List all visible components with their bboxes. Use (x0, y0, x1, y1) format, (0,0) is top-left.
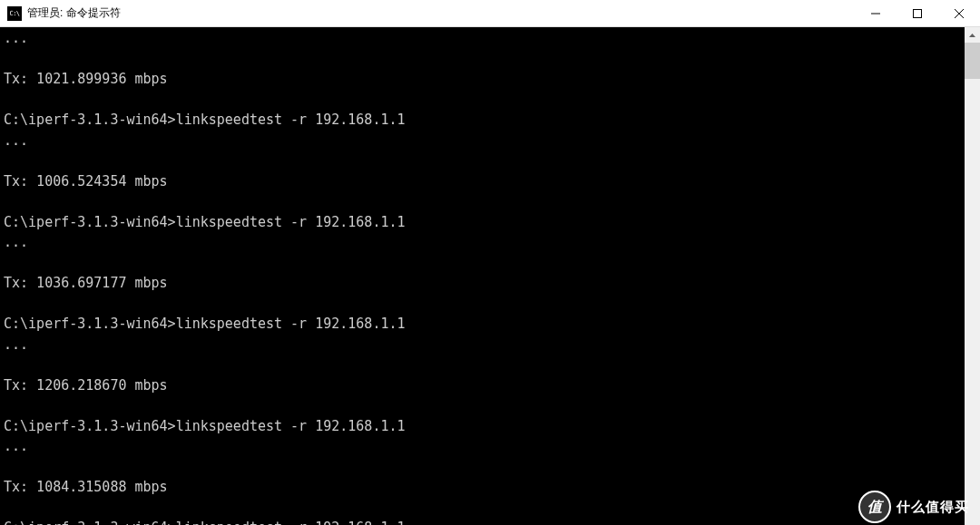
svg-marker-4 (969, 34, 975, 37)
watermark-text: 什么值得买 (897, 499, 969, 516)
titlebar[interactable]: C:\ 管理员: 命令提示符 (0, 0, 980, 27)
close-icon (955, 9, 964, 18)
vertical-scrollbar[interactable] (965, 27, 980, 525)
content-area: ... Tx: 1021.899936 mbps C:\iperf-3.1.3-… (0, 27, 980, 525)
svg-rect-1 (914, 9, 922, 17)
chevron-up-icon (969, 34, 975, 37)
cmd-icon: C:\ (7, 6, 22, 21)
window-title: 管理员: 命令提示符 (27, 5, 855, 21)
close-button[interactable] (938, 0, 980, 26)
terminal-output[interactable]: ... Tx: 1021.899936 mbps C:\iperf-3.1.3-… (0, 27, 965, 525)
minimize-button[interactable] (855, 0, 897, 26)
watermark-badge-icon: 值 (858, 491, 891, 523)
minimize-icon (871, 9, 880, 18)
cmd-window: C:\ 管理员: 命令提示符 ... Tx: 1021.899936 mbps … (0, 0, 980, 525)
maximize-button[interactable] (897, 0, 938, 26)
window-controls (855, 0, 980, 26)
maximize-icon (913, 9, 922, 18)
watermark: 值 什么值得买 (858, 491, 969, 523)
scroll-up-button[interactable] (965, 27, 980, 43)
scroll-thumb[interactable] (965, 43, 980, 79)
